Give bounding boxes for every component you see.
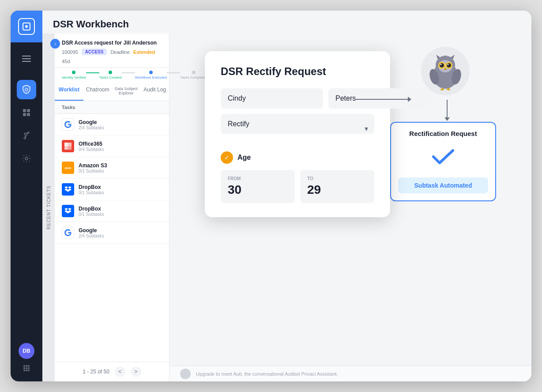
step-tasks: Tasks Created [99,75,122,79]
extended-badge: Extended [133,49,155,55]
worklist-header: DSR Access request for Jill Anderson 100… [55,34,169,68]
sidebar-nav [17,80,36,343]
svg-rect-20 [64,143,68,146]
sidebar-item-dashboard[interactable] [17,103,36,122]
task-info-google: Google 2/4 Subtasks [79,119,162,130]
age-section: ✓ Age From 30 To 29 [221,151,374,203]
apps-icon[interactable] [23,364,30,374]
tab-worklist[interactable]: Worklist [55,82,83,101]
office365-logo-icon [62,140,74,152]
step-workflows: Workflows Executed [135,75,167,79]
avatar[interactable]: DB [19,343,34,359]
from-value: 30 [228,183,288,197]
svg-rect-9 [27,113,30,116]
svg-marker-24 [64,186,68,188]
task-item[interactable]: Office365 0/4 Subtasks [55,136,169,157]
page-title: DSR Workbench [53,19,521,30]
collapse-button[interactable]: › [50,39,60,49]
task-info-dropbox: DropBox 0/1 Subtasks [79,184,162,195]
name-row [221,88,374,109]
task-item[interactable]: DropBox 0/1 Subtasks [55,179,169,200]
tab-data-subject[interactable]: Data Subject Explorer [112,82,141,101]
svg-rect-7 [27,109,30,112]
to-label: To [307,176,367,181]
access-badge: ACCESS [82,49,107,55]
task-item[interactable]: Google 2/4 Subtasks [55,114,169,136]
svg-point-1 [25,25,28,28]
task-subtasks: 0/1 Subtasks [79,212,162,217]
last-name-field[interactable] [328,88,431,109]
svg-rect-21 [68,143,72,146]
content-area: › RECENT TICKETS DSR Access request for … [42,34,531,381]
svg-point-41 [447,63,451,68]
sidebar-item-tools[interactable] [17,126,36,145]
to-value: 29 [307,183,367,197]
aws-logo-icon: aws [62,162,74,174]
task-item[interactable]: DropBox 0/1 Subtasks [55,200,169,222]
ticket-id: 100095 [62,49,78,55]
svg-rect-22 [64,146,68,150]
sidebar-item-shield[interactable] [17,80,36,99]
pagination-next-button[interactable]: > [131,366,141,377]
svg-point-42 [448,64,449,65]
svg-point-11 [23,365,25,367]
age-check-badge: ✓ [221,151,233,164]
task-info-amazons3: Amazon S3 0/1 Subtasks [79,162,162,173]
task-item[interactable]: aws Amazon S3 0/1 Subtasks [55,157,169,179]
menu-toggle-button[interactable] [14,47,39,72]
svg-point-10 [25,157,28,160]
tab-chatroom[interactable]: Chatroom [83,82,112,101]
svg-point-12 [26,365,27,367]
down-arrow [444,100,450,121]
bottom-bar: Upgrade to meet Auti, the conversational… [169,366,531,381]
subtask-automated-button[interactable]: Subtask Automated [398,177,488,193]
modal-title: DSR Rectify Request [221,65,374,78]
recent-tickets-label: RECENT TICKETS [46,185,51,230]
deadline-days: 45d [62,59,70,64]
svg-rect-8 [23,113,26,116]
pagination-prev-button[interactable]: < [115,366,125,377]
task-name: DropBox [79,184,162,190]
dropbox2-logo-icon [62,205,74,217]
svg-rect-6 [23,109,26,112]
progress-steps-row: Identity Verified Tasks Created Workflow… [55,68,169,82]
from-label: From [228,176,288,181]
svg-point-18 [26,369,27,371]
deadline-label: Deadline [110,49,129,55]
svg-rect-2 [22,56,31,57]
request-type-select[interactable]: Rectify [221,114,374,134]
flow-area: Rectification Request Subtask Automated [169,34,531,366]
rectification-title: Rectification Request [398,130,488,137]
svg-marker-30 [68,208,72,210]
dsr-request-title: DSR Access request for Jill Anderson [62,40,162,46]
securiti-logo [18,18,35,35]
task-name: Office365 [79,141,162,147]
worklist-panel: DSR Access request for Jill Anderson 100… [55,34,169,381]
age-fields: From 30 To 29 [221,170,374,203]
first-name-field[interactable] [221,88,323,109]
main-content: DSR Workbench › RECENT TICKETS DSR Acces… [42,11,531,381]
svg-marker-25 [68,186,72,188]
svg-point-17 [23,369,25,371]
tabs-row: Worklist Chatroom Data Subject Explorer … [55,82,169,101]
svg-point-39 [440,64,442,65]
pagination: 1 - 25 of 50 < > [55,362,169,381]
tab-audit-log[interactable]: Audit Log [140,82,169,101]
google-logo-icon [62,118,74,131]
task-name: Amazon S3 [79,162,162,169]
sidebar-item-settings[interactable] [17,149,36,168]
tasks-section: Tasks Google 2/4 Subtasks [55,101,169,362]
svg-point-14 [23,367,25,369]
sidebar-bottom: DB [19,343,34,381]
svg-rect-4 [22,61,31,62]
svg-point-15 [26,367,27,369]
task-name: Google [79,227,162,234]
svg-rect-23 [68,146,72,150]
task-subtasks: 2/4 Subtasks [79,234,162,238]
svg-point-38 [440,63,444,68]
rectification-box: Rectification Request Subtask Automated [390,122,496,201]
recent-tickets-sidebar: › RECENT TICKETS [42,34,55,381]
request-type-wrapper: Rectify ▾ [221,114,374,143]
age-label: Age [237,154,251,162]
task-item[interactable]: Google 2/4 Subtasks [55,222,169,244]
